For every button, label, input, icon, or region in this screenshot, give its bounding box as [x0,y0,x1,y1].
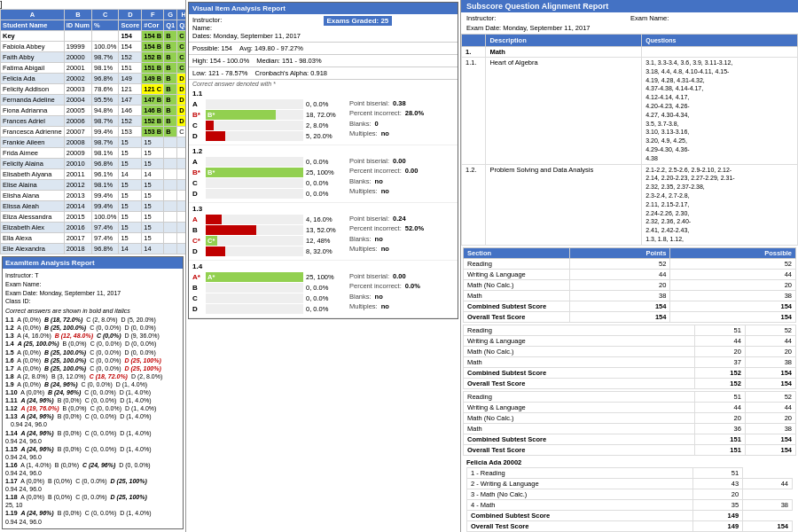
col-label-q2: Q2 [177,20,186,31]
student-score: 153 [119,127,142,137]
student-pct: 96.8% [91,159,118,169]
student-pct: 96.1% [91,169,118,180]
student-name: Frida Aimee [1,148,65,159]
student-pct: 96.8% [91,244,118,254]
visual-report-header: Instructor: Name: Dates: Monday, Septemb… [189,14,458,43]
bar-d [206,131,303,141]
student-id: 20007 [64,127,91,137]
student-q2: C [177,42,186,52]
answer-row-19: 1.9 A (0,0%) B (24, 96%) C (0, 0.0%) D (… [5,380,180,388]
student-name: Felicia Ada [1,74,65,84]
key-id [64,31,91,42]
student-pct: 97.4% [91,233,118,244]
vr-alpha: Cronbach's Alpha: 0.918 [255,69,328,77]
bar-row-a: A 0, 0.0% [192,99,346,109]
student-id: 20001 [64,63,91,74]
student-q1: B [164,116,177,127]
q-block-12: 1.2 A 0, 0.0% B* B* 25, 100% C [189,145,458,203]
student-correct: 14 [142,244,164,254]
student-score: 15 [119,180,142,191]
student-correct: 153 B [142,127,164,137]
answer-row-110: 1.10 A (0,0%) B (24, 96%) C (0, 0.0%) D … [5,388,180,396]
student-pct: 98.1% [91,63,118,74]
student-pct: 98.1% [91,148,118,159]
date-label: Exam Date: [466,24,501,32]
student-name: Elissa Aleah [1,201,65,212]
student-pct: 94.8% [91,106,118,116]
student-q1 [164,191,177,201]
score-table-3: Reading5152 Writing & Language4444 Math … [463,391,796,456]
student-q1 [164,169,177,180]
student-q2: D [177,106,186,116]
exam-answers-list: 1.1 A (0,0%) B (18, 72.0%) C (2, 8.0%) D… [5,316,180,525]
answer-row-15: 1.5 A (0,0%) B (25, 100.0%) C (0, 0.0%) … [5,348,180,356]
subsection-desc: Problem Solving and Data Analysis [486,164,642,245]
student-id: 20004 [64,95,91,106]
student-q1 [164,244,177,254]
student-correct: 15 [142,148,164,159]
student-q1 [164,223,177,233]
right-bottom: Section Points Possible Reading5252 Writ… [461,246,798,532]
col-label-name: Student Name [1,20,65,31]
subsection-num: 1.1. [462,58,486,165]
student-id: 20006 [64,116,91,127]
student-score: 15 [119,191,142,201]
student-name: Fatima Abigail [1,63,65,74]
student-q1 [164,201,177,212]
key-q2: C [177,31,186,42]
student-q2 [177,212,186,223]
student-q2 [177,180,186,191]
key-correct: 154 B [142,31,164,42]
student-q2 [177,169,186,180]
student-correct: 151 B [142,63,164,74]
col-header-d: D [119,10,142,20]
vr-name-label: Name: [192,24,212,32]
student-id: 20003 [64,84,91,95]
bar-b: B* [206,110,303,120]
date-val: Monday, September 11, 2017 [503,24,590,32]
col-desc: Description [486,35,642,47]
student-correct: 15 [142,159,164,169]
student-id: 20009 [64,148,91,159]
student-id: 20013 [64,191,91,201]
student-correct: 147 B [142,95,164,106]
student-id: 20015 [64,212,91,223]
student-score: 15 [119,233,142,244]
student-q1 [164,233,177,244]
student-pct: 98.1% [91,180,118,191]
student-q2: D [177,74,186,84]
student-q2 [177,233,186,244]
student-pct: 100.0% [91,42,118,52]
answer-row-111: 1.11 A (24, 96%) B (0,0%) C (0, 0.0%) D … [5,396,180,404]
key-label: Key [1,31,65,42]
student-pct: 78.6% [91,84,118,95]
felicia-section: Felicia Ada 20002 1 - Reading51 2 - Writ… [463,458,796,532]
col-header-c: C [91,10,118,20]
subsection-row-12: 1.2. Problem Solving and Data Analysis 2… [462,164,798,245]
col-header-b: B [64,10,91,20]
student-q2: C [177,63,186,74]
answer-row-12: 1.2 A (0,0%) B (25, 100.0%) C (0, 0.0%) … [5,324,180,332]
col-label-id: ID Num [64,20,91,31]
student-name: Eliza Alessandra [1,212,65,223]
bar-row-d: D 5, 20.0% [192,131,346,141]
student-q1 [164,159,177,169]
student-id: 20005 [64,106,91,116]
bar-c [206,121,303,130]
student-name: Felicity Alaina [1,159,65,169]
vr-median: Median: 151 - 98.03% [256,57,321,65]
student-name: Fernanda Adeline [1,95,65,106]
student-score: 149 [119,74,142,84]
vr-possible: Possible: 154 [192,44,232,52]
student-pct: 96.8% [91,74,118,84]
subsection-desc: Heart of Algebra [486,58,642,165]
student-id: 20017 [64,233,91,244]
student-name: Elle Alexandra [1,244,65,254]
answer-row-119: 1.19 A (24, 96%) B (0,0%) C (0, 0.0%) D … [5,509,180,517]
student-q2 [177,159,186,169]
answer-row-13: 1.3 A (4, 16.0%) B (12, 48.0%) C (0,0%) … [5,332,180,340]
vr-low: Low: 121 - 78.57% [192,69,248,77]
col-label-score: Score [119,20,142,31]
student-q2: C [177,52,186,63]
vr-instructor-label: Instructor: [192,16,222,24]
